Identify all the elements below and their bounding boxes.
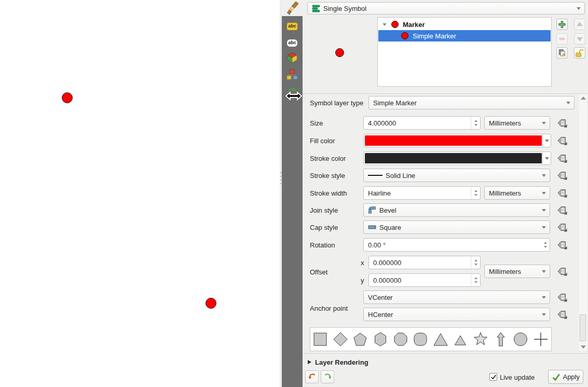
shape-option-quarter-circle[interactable] — [511, 349, 531, 351]
fill-color-data-defined-button[interactable] — [556, 135, 568, 146]
collapse-arrow-icon[interactable] — [308, 360, 311, 364]
shape-option-semi-circle[interactable] — [471, 349, 491, 351]
anchor-vertical-combo[interactable]: VCenter — [363, 291, 550, 304]
toolbar-diagrams-button[interactable] — [286, 70, 298, 81]
anchor-vertical-data-defined-button[interactable] — [556, 292, 568, 303]
chevron-down-icon — [542, 174, 546, 177]
spinner-arrows[interactable] — [471, 187, 480, 199]
marker-symbol-icon — [401, 32, 408, 39]
live-update-checkbox[interactable] — [489, 373, 497, 381]
shape-row-1 — [310, 330, 551, 349]
shape-option-hexagon[interactable] — [371, 330, 391, 349]
shape-option-arrow[interactable] — [490, 330, 511, 349]
shape-option-circle[interactable] — [511, 330, 531, 349]
shape-option-arrowhead[interactable] — [350, 349, 371, 351]
size-unit-combo[interactable]: Millimeters — [484, 116, 550, 130]
diagram-icon — [286, 69, 298, 82]
offset-data-defined-button[interactable] — [556, 266, 568, 277]
tree-item-simple-marker[interactable]: Simple Marker — [378, 30, 551, 42]
shape-option-triangle[interactable] — [431, 330, 451, 349]
size-label: Size — [310, 119, 323, 127]
apply-button[interactable]: Apply — [548, 370, 583, 384]
size-data-defined-button[interactable] — [556, 117, 568, 129]
rotation-input[interactable]: 0.00 ° — [363, 238, 550, 252]
shape-option-star[interactable] — [471, 330, 491, 349]
shape-option-half-square[interactable] — [390, 349, 411, 351]
tree-item-marker[interactable]: Marker — [378, 19, 551, 30]
shape-option-shield[interactable] — [531, 349, 551, 351]
undo-button[interactable] — [305, 370, 319, 383]
offset-y-input[interactable]: 0.000000 — [368, 273, 481, 287]
shape-option-filled-arrowhead[interactable] — [371, 349, 391, 351]
shape-option-cross-fill[interactable] — [310, 349, 331, 351]
map-marker — [62, 92, 73, 103]
rotation-data-defined-button[interactable] — [556, 239, 568, 251]
offset-unit-combo[interactable]: Millimeters — [484, 265, 550, 278]
scroll-up-button[interactable] — [579, 94, 587, 102]
stroke-style-label: Stroke style — [310, 172, 345, 179]
layer-rendering-header[interactable]: Layer Rendering — [315, 358, 368, 366]
redo-icon — [323, 372, 332, 381]
spinner-arrows[interactable] — [541, 239, 550, 251]
shape-option-pentagon[interactable] — [350, 330, 371, 349]
join-style-combo[interactable]: Bevel — [363, 203, 550, 217]
cap-style-data-defined-button[interactable] — [556, 222, 568, 233]
shape-option-diamond[interactable] — [331, 330, 351, 349]
stroke-color-data-defined-button[interactable] — [556, 153, 568, 164]
stroke-color-button[interactable] — [363, 151, 551, 165]
toolbar-callouts-button[interactable]: abc — [286, 37, 298, 49]
splitter-handle-dot — [280, 176, 281, 177]
toolbar-3d-view-button[interactable] — [286, 53, 298, 64]
panel-scrollbar[interactable] — [579, 94, 587, 351]
check-icon — [490, 374, 497, 380]
cap-style-combo[interactable]: Square — [363, 220, 550, 234]
move-down-button[interactable] — [574, 33, 585, 45]
add-symbol-layer-button[interactable] — [556, 19, 568, 30]
offset-x-input[interactable]: 0.000000 — [368, 256, 481, 269]
fill-color-dropdown[interactable] — [542, 134, 551, 147]
shape-option-octagon[interactable] — [390, 330, 411, 349]
map-canvas[interactable] — [0, 0, 280, 387]
anchor-horizontal-combo[interactable]: HCenter — [363, 308, 550, 321]
spinner-arrows[interactable] — [471, 256, 480, 269]
stroke-color-dropdown[interactable] — [542, 152, 551, 164]
expander-down-icon[interactable] — [382, 23, 387, 26]
stroke-width-unit-combo[interactable]: Millimeters — [484, 186, 550, 200]
shape-option-square[interactable] — [310, 330, 331, 349]
scroll-down-button[interactable] — [579, 343, 587, 351]
lock-colors-button[interactable] — [574, 47, 585, 59]
symbol-layer-type-combo[interactable]: Simple Marker — [368, 96, 575, 109]
stroke-style-combo[interactable]: Solid Line — [363, 169, 550, 182]
renderer-combo[interactable]: Single Symbol — [307, 2, 585, 15]
shape-option-third-circle[interactable] — [490, 349, 511, 351]
move-up-button[interactable] — [574, 19, 585, 30]
toolbar-labels-button[interactable]: abc — [286, 21, 298, 32]
paintbrush-icon — [286, 1, 302, 15]
symbol-layer-type-label: Symbol layer type — [310, 99, 363, 107]
fill-color-button[interactable] — [363, 134, 551, 147]
shape-option-right-half-triangle[interactable] — [431, 349, 451, 351]
square-cap-icon — [368, 223, 376, 231]
stroke-width-data-defined-button[interactable] — [556, 187, 568, 199]
rotation-value: 0.00 ° — [368, 241, 386, 249]
tree-item-label: Simple Marker — [413, 32, 456, 40]
duplicate-symbol-layer-button[interactable] — [556, 47, 568, 59]
shape-option-line[interactable] — [331, 349, 351, 351]
shape-option-equilateral-triangle[interactable] — [450, 330, 471, 349]
shape-option-cross[interactable] — [531, 330, 551, 349]
stroke-width-input[interactable]: Hairline — [363, 186, 481, 200]
shape-option-left-half-triangle[interactable] — [450, 349, 471, 351]
shape-option-diagonal-half-square[interactable] — [411, 349, 431, 351]
size-input[interactable]: 4.000000 — [363, 116, 481, 130]
stroke-style-data-defined-button[interactable] — [556, 170, 568, 181]
redo-button[interactable] — [321, 370, 334, 383]
spinner-arrows[interactable] — [471, 117, 480, 129]
spinner-arrows[interactable] — [471, 274, 480, 286]
labels-abc-icon: abc — [286, 22, 298, 31]
chevron-down-icon — [542, 209, 546, 212]
remove-symbol-layer-button[interactable] — [556, 33, 568, 45]
anchor-horizontal-data-defined-button[interactable] — [556, 309, 568, 320]
scrollbar-thumb[interactable] — [580, 314, 586, 341]
join-style-data-defined-button[interactable] — [556, 204, 568, 216]
shape-option-squircle[interactable] — [411, 330, 431, 349]
